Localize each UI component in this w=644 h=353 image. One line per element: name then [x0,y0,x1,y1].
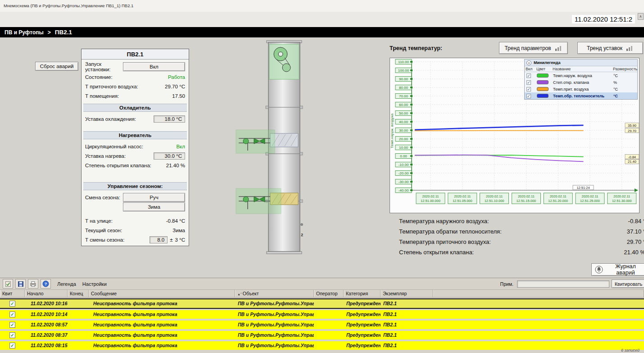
alarm-cell-operator [314,310,344,319]
legend-checkbox[interactable]: ✓ [526,87,531,92]
cooling-setpoint-label: Уставка охлаждения: [85,116,136,122]
legend-row[interactable]: ✓Темп.наруж. воздуха°C [525,72,637,79]
alarm-cell-end [68,331,89,339]
season-change-temp-field[interactable]: 8.0 [150,236,168,243]
svg-text:30.00: 30.00 [399,128,408,133]
trend-params-button[interactable]: Тренд параметров [499,42,568,54]
legend-row[interactable]: ✓Темп.прит. воздуха°C [525,86,637,92]
svg-text:2020.02.11: 2020.02.11 [550,194,567,198]
series-color-swatch [537,80,549,84]
menu-legend[interactable]: Легенда [57,281,76,287]
svg-text:12.51.25.000: 12.51.25.000 [580,199,600,203]
acknowledge-button[interactable]: Квитировать [612,280,644,288]
minilegend: ∧ Минилегенда ВклЦветНазваниеРазмерность… [524,59,638,100]
outdoor-temp-value: -0.84 °C [166,218,185,224]
ack-checkbox[interactable]: ✓ [9,301,15,307]
legend-row[interactable]: ✓Темп.обр. теплоноситель°C [525,92,637,99]
window-title: Мнемосхема (ПВ и Руфтопы.Руфтопы.Управле… [4,3,133,8]
datetime: 11.02.2020 12:51:2 [572,15,635,23]
alarm-cell-start: 11.02.2020 08:57:18 [25,321,68,329]
alarm-table-rows: ✓11.02.2020 10:16:35Неисправность фильтр… [0,298,644,350]
cooler-section-header: Охладитель [83,104,187,112]
room-temp-value: 17.50 [172,93,185,99]
column-header-6[interactable]: Оператор [314,290,344,297]
scroll-up-icon[interactable]: ∧ [638,13,644,20]
alarm-cell-message: Неисправность фильтра притока [89,310,235,319]
reset-alarms-button[interactable]: Сброс аварий [35,62,78,71]
column-header-2[interactable]: Начало [25,290,68,297]
column-header-4[interactable]: Сообщение [89,290,235,297]
season-change-temp-delta: 3 °C [175,237,186,243]
pump-label: Циркуляционный насос: [85,144,143,149]
column-header-8[interactable]: Экземпляр [381,290,433,297]
breadcrumb-current: ПВ2.1 [55,29,72,36]
alarm-row[interactable]: ✓11.02.2020 10:16:35Неисправность фильтр… [0,298,644,309]
column-header-1[interactable]: Квит [0,290,25,297]
alarm-cell-message: Неисправность фильтра притока [89,321,235,329]
alarm-cell-start: 11.02.2020 08:15:44 [25,341,68,350]
legend-checkbox[interactable]: ✓ [526,73,531,78]
readout-label: Температура обратки теплоносителя: [399,228,502,235]
alarm-journal-button[interactable]: Журнал аварий [591,263,644,276]
svg-text:?: ? [45,282,47,286]
menu-settings[interactable]: Настройки [82,281,107,287]
trend-chart[interactable]: 110.00100.0090.0080.0070.0060.0050.0040.… [390,58,639,213]
readout-value: 21.40 % [624,249,644,256]
alarm-row[interactable]: ✓11.02.2020 10:14:19Неисправность фильтр… [0,310,644,319]
state-label: Состояние: [85,74,113,80]
readout-value: 29.70 ° [627,238,644,245]
ack-checkbox[interactable]: ✓ [9,322,15,328]
svg-text:35.90: 35.90 [628,124,636,128]
room-temp-label: Т помещения: [85,93,119,99]
column-header-3[interactable]: Конец [68,290,89,297]
ack-checkbox[interactable]: ✓ [9,332,15,338]
alarm-cell-category: Предупреждение [344,341,381,350]
svg-text:-30.00: -30.00 [399,180,409,184]
alarm-cell-message: Неисправность фильтра притока [89,331,235,339]
current-season-value: Зима [172,228,185,233]
unit-title: ПВ2.1 [82,49,189,60]
ack-checkbox[interactable]: ✓ [9,312,15,317]
season-change-label: Смена сезона: [85,195,120,200]
trend-params-label: Тренд параметров [504,45,551,51]
column-header-7[interactable]: Категория [344,290,381,297]
series-name: Темп.прит. воздуха [552,87,612,92]
help-icon[interactable]: ? [41,279,51,289]
series-color-swatch [537,73,549,78]
alarm-cell-start: 11.02.2020 10:14:19 [25,310,68,319]
legend-column-3: Размерность [612,67,637,71]
series-unit: °C [612,87,637,92]
note-input[interactable] [517,280,609,288]
trend-setpoints-button[interactable]: Тренд уставок [577,42,643,54]
acknowledge-icon[interactable] [3,279,13,289]
column-header-5[interactable]: ▲°Объект [235,290,314,297]
heating-setpoint-field[interactable]: 30.0 °C [154,152,185,160]
legend-checkbox[interactable]: ✓ [526,94,531,98]
bell-icon [595,266,603,274]
print-icon[interactable] [28,279,38,289]
alarm-cell-category: Предупреждение [344,321,381,329]
collapse-icon[interactable]: ∧ [526,60,531,65]
series-unit: % [612,80,637,85]
alarm-row[interactable]: ✓11.02.2020 08:37:54Неисправность фильтр… [0,331,644,339]
pump-value: Вкл [176,144,185,149]
alarm-cell-operator [314,321,344,329]
legend-checkbox[interactable]: ✓ [526,80,531,85]
save-icon[interactable] [15,279,26,289]
alarm-cell-object: ПВ и Руфтопы.Руфтопы.Управл [235,299,314,308]
breadcrumb-root[interactable]: ПВ и Руфтопы [5,29,44,36]
legend-row[interactable]: ✓Степ.откр. клапана% [525,79,637,86]
cooling-setpoint-field[interactable]: 18.0 °C [154,115,185,123]
series-name: Темп.наруж. воздуха [552,73,612,78]
svg-text:12.51.30.000: 12.51.30.000 [612,199,632,203]
svg-text:50.00: 50.00 [399,111,408,115]
alarm-cell-end [68,299,89,308]
season-mode-button[interactable]: Руч [123,193,185,202]
alarm-cell-object: ПВ и Руфтопы.Руфтопы.Управл [235,321,314,329]
start-button[interactable]: Вкл [123,62,185,71]
alarm-row[interactable]: ✓11.02.2020 08:57:18Неисправность фильтр… [0,321,644,329]
alarm-row[interactable]: ✓11.02.2020 08:15:44Неисправность фильтр… [0,341,644,350]
ack-checkbox[interactable]: ✓ [9,343,15,348]
svg-text:12.51.05.000: 12.51.05.000 [453,199,472,203]
season-button[interactable]: Зима [123,202,185,211]
